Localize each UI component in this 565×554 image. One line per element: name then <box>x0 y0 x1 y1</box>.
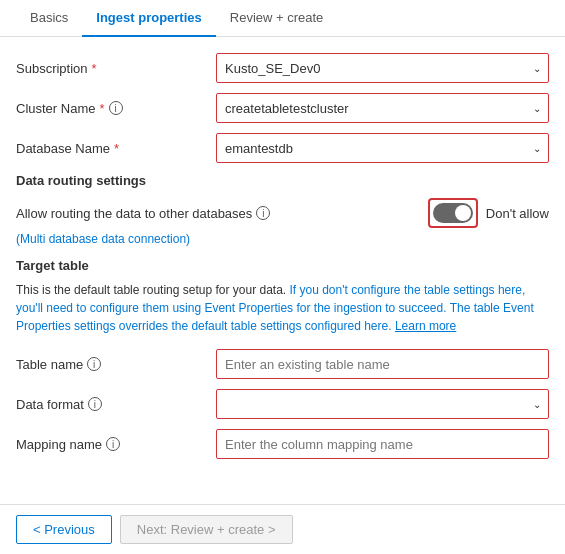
table-name-info-icon[interactable]: i <box>87 357 101 371</box>
dont-allow-label: Don't allow <box>486 206 549 221</box>
previous-button[interactable]: < Previous <box>16 515 112 544</box>
next-button[interactable]: Next: Review + create > <box>120 515 293 544</box>
tabs-container: Basics Ingest properties Review + create <box>0 0 565 37</box>
cluster-select-wrapper: createtabletestcluster ⌄ <box>216 93 549 123</box>
table-name-input[interactable] <box>216 349 549 379</box>
footer: < Previous Next: Review + create > <box>0 504 565 554</box>
data-format-info-icon[interactable]: i <box>88 397 102 411</box>
description-plain: This is the default table routing setup … <box>16 283 286 297</box>
routing-row: Allow routing the data to other database… <box>16 198 549 228</box>
target-table-title: Target table <box>16 258 549 273</box>
table-name-row: Table name i <box>16 349 549 379</box>
database-select-wrapper: emantestdb ⌄ <box>216 133 549 163</box>
multi-db-note: (Multi database data connection) <box>16 232 549 246</box>
page-wrapper: Basics Ingest properties Review + create… <box>0 0 565 554</box>
cluster-required: * <box>99 101 104 116</box>
data-format-row: Data format i ⌄ <box>16 389 549 419</box>
database-label: Database Name * <box>16 141 216 156</box>
subscription-label: Subscription * <box>16 61 216 76</box>
data-format-label: Data format i <box>16 397 216 412</box>
subscription-row: Subscription * Kusto_SE_Dev0 ⌄ <box>16 53 549 83</box>
data-format-select-wrapper: ⌄ <box>216 389 549 419</box>
routing-toggle[interactable] <box>433 203 473 223</box>
data-routing-title: Data routing settings <box>16 173 549 188</box>
cluster-label: Cluster Name * i <box>16 101 216 116</box>
data-format-select[interactable] <box>216 389 549 419</box>
table-name-label: Table name i <box>16 357 216 372</box>
tab-ingest-properties[interactable]: Ingest properties <box>82 0 215 37</box>
cluster-select[interactable]: createtabletestcluster <box>216 93 549 123</box>
tab-review-create[interactable]: Review + create <box>216 0 338 37</box>
database-select[interactable]: emantestdb <box>216 133 549 163</box>
mapping-name-label: Mapping name i <box>16 437 216 452</box>
cluster-info-icon[interactable]: i <box>109 101 123 115</box>
mapping-name-row: Mapping name i <box>16 429 549 459</box>
learn-more-link[interactable]: Learn more <box>395 319 456 333</box>
subscription-select-wrapper: Kusto_SE_Dev0 ⌄ <box>216 53 549 83</box>
routing-right: Don't allow <box>428 198 549 228</box>
toggle-wrapper <box>428 198 478 228</box>
description-text: This is the default table routing setup … <box>16 281 549 335</box>
cluster-row: Cluster Name * i createtabletestcluster … <box>16 93 549 123</box>
subscription-select[interactable]: Kusto_SE_Dev0 <box>216 53 549 83</box>
mapping-name-input[interactable] <box>216 429 549 459</box>
mapping-name-info-icon[interactable]: i <box>106 437 120 451</box>
main-content: Subscription * Kusto_SE_Dev0 ⌄ Cluster N… <box>0 53 565 485</box>
routing-info-icon[interactable]: i <box>256 206 270 220</box>
tab-basics[interactable]: Basics <box>16 0 82 37</box>
subscription-required: * <box>92 61 97 76</box>
database-row: Database Name * emantestdb ⌄ <box>16 133 549 163</box>
toggle-knob <box>455 205 471 221</box>
database-required: * <box>114 141 119 156</box>
routing-label: Allow routing the data to other database… <box>16 206 428 221</box>
